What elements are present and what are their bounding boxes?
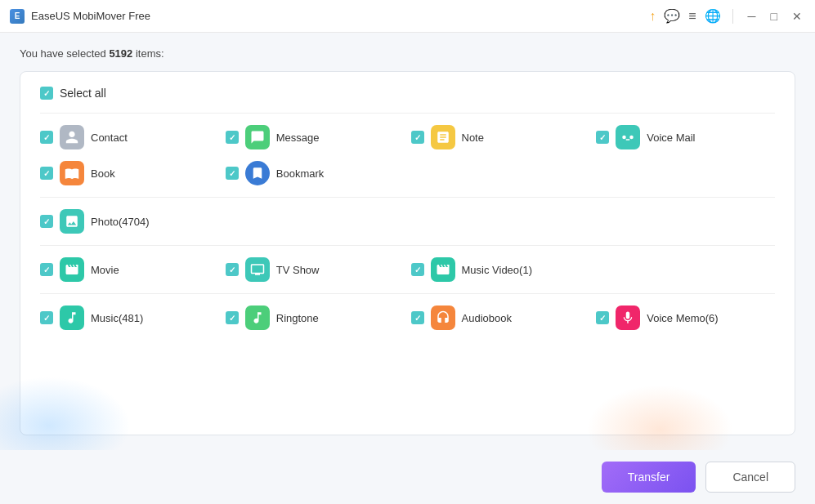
app-logo: E: [10, 9, 25, 24]
music-grid: Music(481) Ringtone Audiobook: [40, 306, 775, 330]
message-item: Message: [226, 125, 405, 149]
book-icon: [60, 161, 84, 185]
footer: Transfer Cancel: [0, 450, 815, 504]
globe-icon[interactable]: 🌐: [705, 8, 721, 24]
bookmark-icon: [245, 161, 270, 185]
note-checkbox[interactable]: [411, 131, 424, 144]
musicvideo-item: Music Video(1): [411, 257, 590, 282]
note-icon: [431, 125, 455, 149]
minimize-btn[interactable]: ─: [745, 8, 759, 25]
audiobook-icon: [431, 306, 455, 330]
cancel-button[interactable]: Cancel: [705, 462, 795, 493]
music-label: Music(481): [91, 312, 143, 324]
menu-icon[interactable]: ≡: [688, 9, 696, 24]
info-section: Contact Message Note: [40, 113, 775, 197]
voicememo-checkbox[interactable]: [596, 311, 609, 324]
app-title: EaseUS MobiMover Free: [31, 10, 150, 22]
bookmark-label: Bookmark: [276, 167, 325, 180]
photo-icon: [60, 209, 84, 234]
video-grid: Movie TV Show Music Video(1): [40, 257, 775, 282]
movie-icon: [60, 257, 84, 282]
photo-grid: Photo(4704): [40, 209, 775, 234]
audiobook-label: Audiobook: [462, 312, 512, 324]
svg-point-0: [623, 136, 627, 140]
musicvideo-checkbox[interactable]: [411, 263, 424, 276]
close-btn[interactable]: ✕: [789, 8, 805, 25]
book-checkbox[interactable]: [40, 167, 53, 180]
ringtone-checkbox[interactable]: [226, 311, 239, 324]
tvshow-icon: [245, 257, 270, 282]
photo-section: Photo(4704): [40, 197, 775, 245]
music-icon: [60, 306, 84, 330]
upload-icon[interactable]: ↑: [649, 9, 656, 24]
ringtone-icon: [245, 306, 270, 330]
selection-info: You have selected 5192 items:: [20, 47, 795, 60]
voicememo-icon: [616, 306, 640, 330]
audiobook-checkbox[interactable]: [411, 311, 424, 324]
transfer-button[interactable]: Transfer: [602, 462, 696, 493]
titlebar-controls: ↑ 💬 ≡ 🌐 ─ □ ✕: [649, 8, 805, 25]
movie-item: Movie: [40, 257, 219, 282]
movie-label: Movie: [91, 264, 119, 276]
book-item: Book: [40, 161, 219, 185]
bookmark-checkbox[interactable]: [226, 167, 239, 180]
message-checkbox[interactable]: [226, 131, 239, 144]
voicemail-checkbox[interactable]: [596, 131, 609, 144]
book-label: Book: [91, 167, 115, 180]
info-grid: Contact Message Note: [40, 125, 775, 185]
video-section: Movie TV Show Music Video(1): [40, 245, 775, 293]
tvshow-checkbox[interactable]: [226, 263, 239, 276]
ringtone-label: Ringtone: [276, 312, 319, 324]
select-all-checkbox[interactable]: [40, 87, 53, 100]
select-all-row[interactable]: Select all: [40, 87, 775, 100]
voicemail-icon: [616, 125, 640, 149]
musicvideo-icon: [431, 257, 455, 282]
voicememo-label: Voice Memo(6): [647, 312, 718, 324]
photo-checkbox[interactable]: [40, 215, 53, 228]
selection-suffix: items:: [132, 47, 163, 60]
note-label: Note: [462, 132, 484, 144]
music-item: Music(481): [40, 306, 219, 330]
message-icon: [245, 125, 270, 149]
main-content: You have selected 5192 items: Select all…: [0, 33, 815, 450]
tvshow-label: TV Show: [276, 264, 320, 276]
bookmark-item: Bookmark: [226, 161, 405, 185]
selection-panel: Select all Contact Message: [20, 71, 795, 435]
maximize-btn[interactable]: □: [768, 8, 781, 25]
chat-icon[interactable]: 💬: [664, 8, 680, 24]
tvshow-item: TV Show: [226, 257, 405, 282]
voicemail-item: Voice Mail: [596, 125, 775, 149]
contact-checkbox[interactable]: [40, 131, 53, 144]
ringtone-item: Ringtone: [226, 306, 405, 330]
selection-count: 5192: [109, 47, 132, 60]
voicemail-label: Voice Mail: [647, 132, 695, 144]
movie-checkbox[interactable]: [40, 263, 53, 276]
select-all-label: Select all: [60, 87, 106, 100]
titlebar-divider: [732, 9, 733, 24]
music-section: Music(481) Ringtone Audiobook: [40, 293, 775, 341]
note-item: Note: [411, 125, 590, 149]
musicvideo-label: Music Video(1): [462, 264, 532, 276]
contact-label: Contact: [91, 132, 128, 144]
photo-item: Photo(4704): [40, 209, 219, 234]
titlebar-left: E EaseUS MobiMover Free: [10, 9, 150, 24]
svg-point-1: [630, 136, 634, 140]
titlebar: E EaseUS MobiMover Free ↑ 💬 ≡ 🌐 ─ □ ✕: [0, 0, 815, 33]
contact-item: Contact: [40, 125, 219, 149]
audiobook-item: Audiobook: [411, 306, 590, 330]
selection-prefix: You have selected: [20, 47, 109, 60]
contact-icon: [60, 125, 84, 149]
voicememo-item: Voice Memo(6): [596, 306, 775, 330]
photo-label: Photo(4704): [91, 216, 150, 228]
message-label: Message: [276, 132, 320, 144]
music-checkbox[interactable]: [40, 311, 53, 324]
